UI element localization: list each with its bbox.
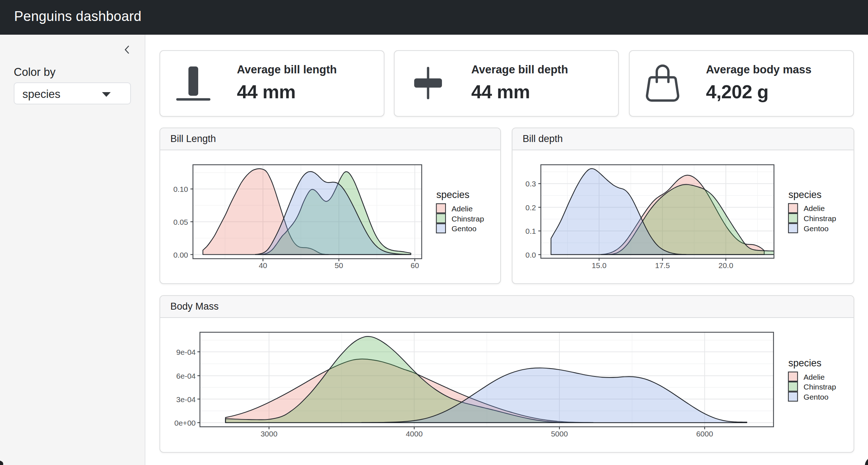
- svg-text:5000: 5000: [551, 430, 568, 438]
- svg-text:40: 40: [259, 261, 267, 270]
- svg-text:3e-04: 3e-04: [176, 395, 196, 404]
- svg-text:0.2: 0.2: [526, 203, 536, 212]
- svg-text:20.0: 20.0: [718, 261, 733, 270]
- svg-text:Chinstrap: Chinstrap: [804, 383, 836, 391]
- svg-text:6000: 6000: [696, 430, 713, 438]
- svg-text:0.05: 0.05: [173, 218, 188, 226]
- svg-text:species: species: [437, 189, 470, 200]
- svg-text:Adelie: Adelie: [804, 204, 825, 212]
- svg-text:9e-04: 9e-04: [176, 348, 196, 356]
- svg-text:4000: 4000: [406, 430, 423, 438]
- svg-text:Average bill length: Average bill length: [237, 63, 337, 76]
- svg-text:6e-04: 6e-04: [176, 372, 196, 380]
- svg-text:Average bill depth: Average bill depth: [471, 63, 568, 76]
- svg-text:44 mm: 44 mm: [471, 81, 530, 102]
- svg-text:4,202 g: 4,202 g: [706, 81, 769, 102]
- svg-text:species: species: [788, 358, 822, 369]
- svg-text:Gentoo: Gentoo: [804, 224, 829, 233]
- svg-text:Gentoo: Gentoo: [804, 393, 829, 401]
- svg-text:60: 60: [410, 261, 419, 270]
- svg-text:44 mm: 44 mm: [237, 81, 295, 102]
- svg-text:Adelie: Adelie: [804, 373, 825, 381]
- svg-text:Chinstrap: Chinstrap: [452, 215, 484, 223]
- svg-text:0e+00: 0e+00: [174, 419, 196, 427]
- svg-text:15.0: 15.0: [592, 261, 607, 270]
- svg-text:species: species: [788, 189, 822, 200]
- svg-text:0.10: 0.10: [173, 185, 188, 193]
- svg-text:Gentoo: Gentoo: [452, 224, 477, 233]
- svg-text:3000: 3000: [260, 430, 277, 438]
- svg-text:0.1: 0.1: [526, 227, 536, 235]
- svg-text:Adelie: Adelie: [452, 204, 473, 213]
- svg-text:17.5: 17.5: [655, 261, 670, 270]
- svg-text:0.0: 0.0: [526, 251, 536, 259]
- svg-text:Average body mass: Average body mass: [706, 63, 812, 76]
- svg-text:0.00: 0.00: [173, 251, 188, 259]
- svg-text:0.3: 0.3: [526, 180, 536, 188]
- svg-text:50: 50: [335, 261, 343, 270]
- svg-text:Chinstrap: Chinstrap: [804, 214, 836, 223]
